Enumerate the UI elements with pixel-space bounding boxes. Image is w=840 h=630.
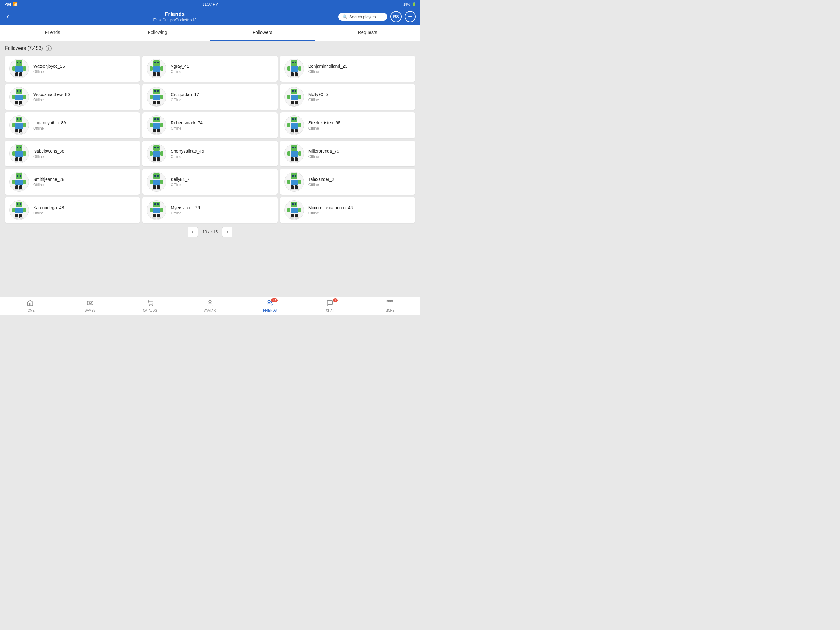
next-page-button[interactable]: › bbox=[222, 227, 232, 237]
tab-followers[interactable]: Followers bbox=[210, 25, 315, 41]
section-title: Followers (7,453) i bbox=[5, 45, 415, 51]
player-info: Talexander_2 Offline bbox=[308, 177, 334, 187]
svg-rect-81 bbox=[292, 119, 294, 120]
svg-rect-64 bbox=[12, 123, 15, 127]
player-status: Offline bbox=[171, 154, 204, 159]
svg-rect-12 bbox=[157, 62, 159, 63]
svg-rect-42 bbox=[157, 90, 159, 92]
svg-rect-44 bbox=[150, 95, 153, 99]
player-avatar bbox=[9, 144, 29, 163]
player-card[interactable]: Talexander_2 Offline bbox=[280, 169, 415, 195]
player-card[interactable]: Steelekristen_65 Offline bbox=[280, 112, 415, 138]
player-card[interactable]: Myersvictor_29 Offline bbox=[142, 197, 277, 223]
player-name: Smithjeanne_28 bbox=[33, 177, 64, 182]
svg-point-188 bbox=[268, 301, 270, 303]
menu-button[interactable]: ☰ bbox=[405, 11, 416, 22]
player-info: Watsonjoyce_25 Offline bbox=[33, 64, 65, 74]
svg-rect-108 bbox=[152, 161, 156, 162]
svg-rect-119 bbox=[295, 161, 298, 162]
svg-rect-141 bbox=[292, 175, 294, 177]
nav-item-more[interactable]: MORE bbox=[379, 300, 401, 312]
search-box[interactable]: 🔍 Search players bbox=[338, 13, 387, 21]
svg-rect-29 bbox=[295, 76, 298, 77]
player-card[interactable]: Sherrysalinas_45 Offline bbox=[142, 141, 277, 166]
nav-item-catalog[interactable]: CATALOG bbox=[139, 300, 161, 312]
svg-rect-113 bbox=[291, 151, 298, 157]
player-card[interactable]: Vgray_41 Offline bbox=[142, 56, 277, 82]
svg-rect-148 bbox=[290, 189, 294, 190]
player-card[interactable]: Woodsmatthew_80 Offline bbox=[5, 84, 140, 110]
svg-rect-125 bbox=[23, 180, 26, 184]
player-avatar bbox=[284, 59, 304, 78]
nav-item-games[interactable]: GAMES bbox=[79, 300, 101, 312]
player-name: Benjaminholland_23 bbox=[308, 64, 347, 69]
player-status: Offline bbox=[171, 98, 199, 102]
player-card[interactable]: Robertsmark_74 Offline bbox=[142, 112, 277, 138]
player-card[interactable]: Isabelowens_38 Offline bbox=[5, 141, 140, 166]
player-card[interactable]: Logancynthia_89 Offline bbox=[5, 112, 140, 138]
svg-rect-165 bbox=[161, 208, 163, 212]
svg-rect-178 bbox=[290, 217, 294, 219]
tab-requests[interactable]: Requests bbox=[315, 25, 420, 41]
games-icon bbox=[87, 300, 93, 308]
svg-rect-98 bbox=[15, 161, 19, 162]
tab-following[interactable]: Following bbox=[105, 25, 210, 41]
player-card[interactable]: Mccormickcameron_46 Offline bbox=[280, 197, 415, 223]
svg-rect-143 bbox=[291, 180, 298, 185]
svg-rect-161 bbox=[154, 203, 156, 205]
back-button[interactable]: ‹ bbox=[4, 11, 11, 22]
tab-friends[interactable]: Friends bbox=[0, 25, 105, 41]
svg-rect-5 bbox=[23, 66, 26, 71]
svg-rect-41 bbox=[154, 90, 156, 92]
svg-rect-142 bbox=[295, 175, 297, 177]
player-card[interactable]: Millerbrenda_79 Offline bbox=[280, 141, 415, 166]
info-icon[interactable]: i bbox=[46, 45, 52, 51]
svg-rect-133 bbox=[153, 180, 160, 185]
player-avatar bbox=[147, 116, 166, 135]
svg-rect-102 bbox=[157, 147, 159, 148]
pagination: ‹ 10 / 415 › bbox=[5, 223, 415, 239]
player-card[interactable]: Watsonjoyce_25 Offline bbox=[5, 56, 140, 82]
nav-item-chat[interactable]: 1 CHAT bbox=[319, 300, 341, 312]
player-info: Isabelowens_38 Offline bbox=[33, 149, 64, 159]
catalog-label: CATALOG bbox=[143, 309, 157, 312]
player-card[interactable]: Smithjeanne_28 Offline bbox=[5, 169, 140, 195]
player-card[interactable]: Molly90_5 Offline bbox=[280, 84, 415, 110]
player-status: Offline bbox=[33, 70, 65, 74]
player-info: Benjaminholland_23 Offline bbox=[308, 64, 347, 74]
svg-point-187 bbox=[209, 301, 211, 303]
nav-item-home[interactable]: HOME bbox=[19, 300, 41, 312]
svg-rect-49 bbox=[157, 104, 161, 106]
nav-item-friends[interactable]: 82 FRIENDS bbox=[259, 300, 281, 312]
svg-rect-169 bbox=[157, 217, 161, 219]
svg-rect-39 bbox=[20, 104, 24, 106]
svg-rect-3 bbox=[15, 66, 23, 72]
player-name: Mccormickcameron_46 bbox=[308, 205, 353, 210]
home-icon bbox=[27, 300, 33, 308]
player-avatar bbox=[147, 59, 166, 78]
svg-rect-123 bbox=[15, 180, 23, 185]
rs-button[interactable]: RS bbox=[390, 11, 401, 22]
chat-label: CHAT bbox=[326, 309, 334, 312]
player-name: Woodsmatthew_80 bbox=[33, 92, 70, 97]
svg-rect-190 bbox=[389, 301, 391, 302]
player-name: Vgray_41 bbox=[171, 64, 189, 69]
tabs-bar: Friends Following Followers Requests bbox=[0, 25, 420, 41]
prev-page-button[interactable]: ‹ bbox=[188, 227, 198, 237]
player-card[interactable]: Karenortega_48 Offline bbox=[5, 197, 140, 223]
svg-rect-15 bbox=[161, 66, 163, 71]
player-avatar bbox=[147, 144, 166, 163]
player-card[interactable]: Cruzjordan_17 Offline bbox=[142, 84, 277, 110]
svg-rect-31 bbox=[17, 90, 19, 92]
svg-rect-132 bbox=[157, 175, 159, 177]
player-card[interactable]: Kelly84_7 Offline bbox=[142, 169, 277, 195]
home-label: HOME bbox=[25, 309, 35, 312]
player-status: Offline bbox=[171, 70, 189, 74]
svg-rect-162 bbox=[157, 203, 159, 205]
device-label: iPad bbox=[4, 2, 11, 6]
svg-rect-153 bbox=[15, 208, 23, 214]
player-card[interactable]: Benjaminholland_23 Offline bbox=[280, 56, 415, 82]
nav-item-avatar[interactable]: AVATAR bbox=[199, 300, 221, 312]
svg-rect-191 bbox=[392, 301, 393, 302]
svg-rect-85 bbox=[298, 123, 301, 127]
